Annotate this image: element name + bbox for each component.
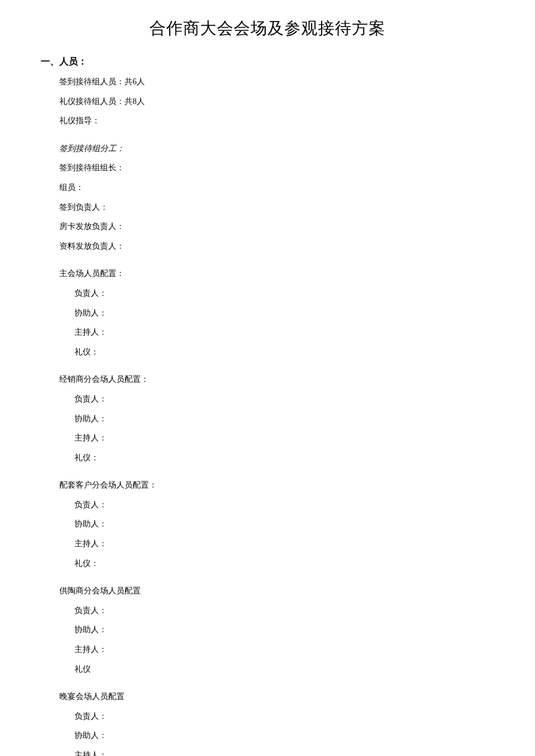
line-main-assistant: 协助人： bbox=[74, 307, 494, 319]
section-heading-personnel: 一、人员： bbox=[41, 56, 494, 68]
document-page: 合作商大会会场及参观接待方案 一、人员： 签到接待组人员：共6人 礼仪接待组人员… bbox=[0, 0, 535, 756]
line-distributor-assistant: 协助人： bbox=[74, 413, 494, 425]
line-members: 组员： bbox=[59, 182, 494, 194]
line-ceramic-responsible: 负责人： bbox=[74, 605, 494, 617]
line-banquet-responsible: 负责人： bbox=[74, 711, 494, 722]
line-supporting-etiquette: 礼仪： bbox=[74, 558, 494, 569]
line-ceramic-host: 主持人： bbox=[74, 644, 494, 655]
line-banquet-venue-heading: 晚宴会场人员配置 bbox=[59, 691, 494, 703]
line-distributor-responsible: 负责人： bbox=[74, 393, 494, 405]
line-etiquette-staff: 礼仪接待组人员：共8人 bbox=[59, 96, 494, 108]
document-title: 合作商大会会场及参观接待方案 bbox=[41, 17, 494, 40]
line-distributor-host: 主持人： bbox=[74, 432, 494, 444]
line-etiquette-guide: 礼仪指导： bbox=[59, 115, 494, 127]
line-distributor-etiquette: 礼仪： bbox=[74, 452, 494, 464]
line-checkin-division-heading: 签到接待组分工： bbox=[59, 143, 494, 155]
line-main-host: 主持人： bbox=[74, 327, 494, 338]
line-distributor-venue-heading: 经销商分会场人员配置： bbox=[59, 374, 494, 385]
line-supporting-host: 主持人： bbox=[74, 538, 494, 550]
line-supporting-assistant: 协助人： bbox=[74, 518, 494, 530]
line-material-responsible: 资料发放负责人： bbox=[59, 241, 494, 252]
line-supporting-venue-heading: 配套客户分会场人员配置： bbox=[59, 479, 494, 491]
line-main-etiquette: 礼仪： bbox=[74, 346, 494, 358]
line-banquet-assistant: 协助人： bbox=[74, 730, 494, 741]
line-ceramic-etiquette: 礼仪 bbox=[74, 664, 494, 675]
line-ceramic-venue-heading: 供陶商分会场人员配置 bbox=[59, 585, 494, 597]
line-checkin-leader: 签到接待组组长： bbox=[59, 162, 494, 174]
line-main-responsible: 负责人： bbox=[74, 288, 494, 299]
line-supporting-responsible: 负责人： bbox=[74, 499, 494, 511]
line-checkin-responsible: 签到负责人： bbox=[59, 202, 494, 213]
line-checkin-staff: 签到接待组人员：共6人 bbox=[59, 76, 494, 88]
line-roomcard-responsible: 房卡发放负责人： bbox=[59, 221, 494, 232]
line-banquet-host: 主持人： bbox=[74, 750, 494, 756]
line-ceramic-assistant: 协助人： bbox=[74, 624, 494, 636]
line-main-venue-heading: 主会场人员配置： bbox=[59, 268, 494, 280]
